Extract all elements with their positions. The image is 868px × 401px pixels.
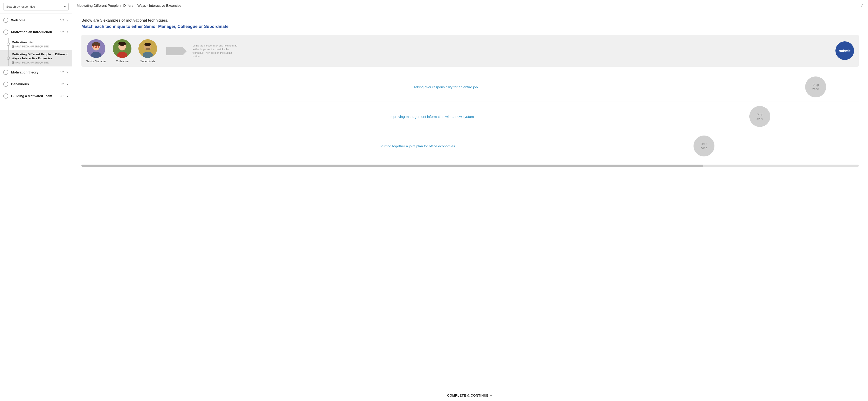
techniques-container: Taking over responsibility for an entire… xyxy=(82,72,859,161)
search-container: Search by lesson title ▾ xyxy=(0,0,72,13)
avatar-colleague xyxy=(113,39,131,58)
media-icon-2: ▣ xyxy=(12,61,14,64)
persona-label-colleague: Colleague xyxy=(116,60,128,63)
chevron-down-icon-building: ∨ xyxy=(66,94,69,98)
chevron-down-icon-theory: ∨ xyxy=(66,70,69,74)
circle-icon-behaviours xyxy=(3,81,8,87)
svg-point-15 xyxy=(145,43,151,46)
sub-meta-text-2: MULTIMEDIA · PREREQUISITE xyxy=(16,61,49,64)
search-box[interactable]: Search by lesson title ▾ xyxy=(3,3,69,10)
personas-list: Senior Manager xyxy=(86,39,157,63)
nav-sub-item-motivation-intro[interactable]: Motivation Intro ▣ MULTIMEDIA · PREREQUI… xyxy=(0,38,72,50)
expand-icon[interactable]: ⤢ xyxy=(860,3,863,8)
circle-icon-building xyxy=(3,94,8,99)
nav-count-motivation: 0/2 xyxy=(60,30,64,34)
drop-zone-label-2: Dropzone xyxy=(756,112,763,121)
lesson-header: Motivating Different People in Different… xyxy=(72,0,868,11)
nav-section-header-building[interactable]: Building a Motivated Team 0/1 ∨ xyxy=(0,90,72,102)
nav-sub-item-motivating-different[interactable]: Motivating Different People in Different… xyxy=(0,50,72,66)
svg-point-11 xyxy=(118,42,126,46)
hint-text: Using the mouse, click and hold to drag … xyxy=(192,44,239,58)
search-chevron-icon: ▾ xyxy=(64,5,66,8)
nav-section-header-motivation[interactable]: Motivation an Introduction 0/2 ∧ xyxy=(0,26,72,38)
technique-text-1: Taking over responsibility for an entire… xyxy=(82,85,810,89)
nav-list: Welcome 0/2 ∨ Motivation an Introduction… xyxy=(0,13,72,401)
drop-zone-3[interactable]: Dropzone xyxy=(693,136,714,157)
circle-icon-theory xyxy=(3,70,8,75)
avatar-subordinate xyxy=(138,39,157,58)
avatar-senior-manager xyxy=(87,39,105,58)
chevron-down-icon-behaviours: ∨ xyxy=(66,82,69,86)
drop-zone-1[interactable]: Dropzone xyxy=(805,76,826,97)
nav-section-theory: Motivation theory 0/2 ∨ xyxy=(0,66,72,78)
chevron-down-icon-welcome: ∨ xyxy=(66,19,69,22)
nav-count-theory: 0/2 xyxy=(60,70,64,74)
main-content: Motivating Different People in Different… xyxy=(72,0,868,401)
avatar-svg-senior xyxy=(87,39,105,58)
lesson-body: Below are 3 examples of motivational tec… xyxy=(72,11,868,390)
technique-text-3: Putting together a joint plan for office… xyxy=(82,144,754,148)
sub-meta-text: MULTIMEDIA · PREREQUISITE xyxy=(16,45,49,48)
media-icon: ▣ xyxy=(12,45,14,48)
technique-row-2: Improving management information with a … xyxy=(82,102,859,131)
circle-icon-welcome xyxy=(3,18,8,23)
drop-zone-2[interactable]: Dropzone xyxy=(749,106,770,127)
persona-label-subordinate: Subordinate xyxy=(140,60,155,63)
persona-label-senior: Senior Manager xyxy=(86,60,106,63)
nav-section-building: Building a Motivated Team 0/1 ∨ xyxy=(0,90,72,102)
svg-rect-4 xyxy=(92,44,100,46)
search-placeholder: Search by lesson title xyxy=(6,5,35,8)
nav-count-behaviours: 0/2 xyxy=(60,82,64,86)
lesson-title: Motivating Different People in Different… xyxy=(77,3,181,7)
nav-section-behaviours: Behaviours 0/2 ∨ xyxy=(0,78,72,90)
sidebar: Search by lesson title ▾ Welcome 0/2 ∨ M… xyxy=(0,0,72,401)
svg-point-16 xyxy=(146,48,150,50)
nav-section-header-welcome[interactable]: Welcome 0/2 ∨ xyxy=(0,14,72,26)
technique-text-2: Improving management information with a … xyxy=(82,114,782,119)
timeline-dot-2 xyxy=(7,57,10,60)
sub-item-title-motivation-intro: Motivation Intro xyxy=(12,40,69,44)
persona-senior-manager[interactable]: Senior Manager xyxy=(86,39,106,63)
nav-title-behaviours: Behaviours xyxy=(11,82,60,86)
nav-section-header-behaviours[interactable]: Behaviours 0/2 ∨ xyxy=(0,78,72,90)
chevron-up-icon-motivation: ∧ xyxy=(66,30,69,34)
persona-subordinate[interactable]: Subordinate xyxy=(138,39,157,63)
arrow-hint: Using the mouse, click and hold to drag … xyxy=(166,44,239,58)
sub-item-title-motivating-different: Motivating Different People in Different… xyxy=(12,53,69,61)
personas-container: Senior Manager xyxy=(82,35,859,67)
avatar-svg-subordinate xyxy=(138,39,157,58)
match-text: Match each technique to either Senior Ma… xyxy=(82,24,859,29)
nav-section-welcome: Welcome 0/2 ∨ xyxy=(0,14,72,26)
circle-icon-motivation xyxy=(3,30,8,35)
sidebar-nav: Search by lesson title ▾ Welcome 0/2 ∨ M… xyxy=(0,0,72,401)
nav-title-motivation: Motivation an Introduction xyxy=(11,30,60,34)
technique-row-1: Taking over responsibility for an entire… xyxy=(82,72,859,102)
nav-section-motivation-intro: Motivation an Introduction 0/2 ∧ Motivat… xyxy=(0,26,72,66)
scrollbar-thumb xyxy=(82,165,703,167)
nav-count-building: 0/1 xyxy=(60,94,64,98)
persona-colleague[interactable]: Colleague xyxy=(113,39,131,63)
drop-zone-label-3: Dropzone xyxy=(701,142,707,150)
sub-item-meta-motivating-different: ▣ MULTIMEDIA · PREREQUISITE xyxy=(12,61,69,64)
instructions-text: Below are 3 examples of motivational tec… xyxy=(82,18,859,23)
nav-title-building: Building a Motivated Team xyxy=(11,94,60,98)
complete-continue-button[interactable]: COMPLETE & CONTINUE → xyxy=(447,394,493,397)
nav-title-welcome: Welcome xyxy=(11,18,60,22)
timeline-dot xyxy=(7,42,10,46)
lesson-footer: COMPLETE & CONTINUE → xyxy=(72,390,868,401)
technique-row-3: Putting together a joint plan for office… xyxy=(82,131,859,161)
submit-button[interactable]: submit xyxy=(835,41,854,60)
nav-count-welcome: 0/2 xyxy=(60,19,64,22)
nav-sub-items-motivation: Motivation Intro ▣ MULTIMEDIA · PREREQUI… xyxy=(0,38,72,66)
sub-item-meta-motivation-intro: ▣ MULTIMEDIA · PREREQUISITE xyxy=(12,45,69,48)
avatar-svg-colleague xyxy=(113,39,131,58)
arrow-shape xyxy=(166,47,183,55)
nav-section-header-theory[interactable]: Motivation theory 0/2 ∨ xyxy=(0,66,72,78)
nav-title-theory: Motivation theory xyxy=(11,70,60,74)
content-scrollbar[interactable] xyxy=(82,165,859,167)
drop-zone-label-1: Dropzone xyxy=(812,83,819,91)
